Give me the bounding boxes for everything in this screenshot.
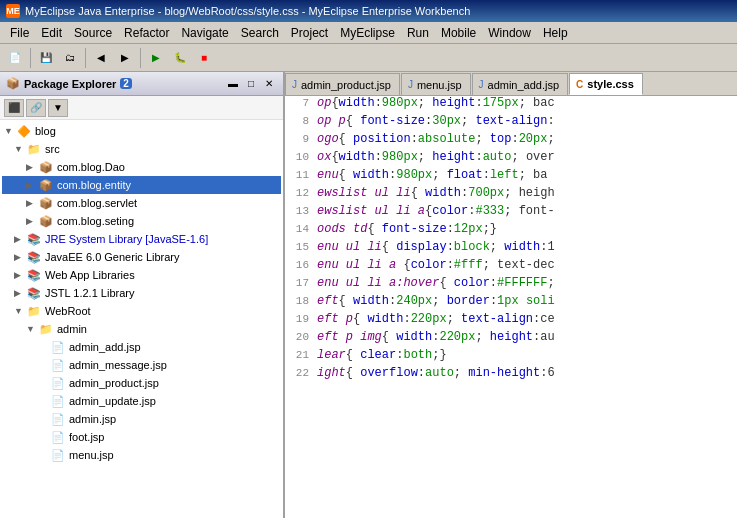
arrow-icon: ▶ [14,252,26,262]
tree-item-admin[interactable]: ▼ 📁 admin [2,320,281,338]
tree-item-webapp[interactable]: ▶ 📚 Web App Libraries [2,266,281,284]
code-text-18: eft{ width:240px; border:1px soli [317,294,555,308]
tree-label-src: src [45,143,60,155]
tree-item-menu[interactable]: 📄 menu.jsp [2,446,281,464]
toolbar-separator-1 [30,48,31,68]
toolbar-run-btn[interactable]: ▶ [145,47,167,69]
tree-item-foot[interactable]: 📄 foot.jsp [2,428,281,446]
collapse-all-btn[interactable]: ⬛ [4,99,24,117]
code-line-20: 20 eft p img{ width:220px; height:au [285,330,737,348]
close-panel-btn[interactable]: ✕ [261,76,277,92]
tab-style-css[interactable]: C style.css [569,73,643,95]
toolbar-save-all-btn[interactable]: 🗂 [59,47,81,69]
menu-item-refactor[interactable]: Refactor [118,24,175,42]
tab-admin-add[interactable]: J admin_add.jsp [472,73,569,95]
tree-item-admin-update[interactable]: 📄 admin_update.jsp [2,392,281,410]
folder-icon: 📁 [38,321,54,337]
line-num-16: 16 [289,259,317,271]
toolbar-new-btn[interactable]: 📄 [4,47,26,69]
editor-panel: J admin_product.jsp J menu.jsp J admin_a… [285,72,737,518]
menu-item-window[interactable]: Window [482,24,537,42]
panel-title-text: Package Explorer [24,78,116,90]
package-icon: 📦 [38,213,54,229]
minimize-btn[interactable]: ▬ [225,76,241,92]
tree-item-src[interactable]: ▼ 📁 src [2,140,281,158]
tree-item-jre[interactable]: ▶ 📚 JRE System Library [JavaSE-1.6] [2,230,281,248]
project-icon: 🔶 [16,123,32,139]
code-line-11: 11 enu{ width:980px; float:left; ba [285,168,737,186]
main-area: 📦 Package Explorer 2 ▬ □ ✕ ⬛ 🔗 ▼ ▼ 🔶 [0,72,737,518]
view-menu-btn[interactable]: ▼ [48,99,68,117]
toolbar-forward-btn[interactable]: ▶ [114,47,136,69]
library-icon: 📚 [26,231,42,247]
code-line-13: 13 ewslist ul li a{color:#333; font- [285,204,737,222]
tab-menu[interactable]: J menu.jsp [401,73,471,95]
code-text-12: ewslist ul li{ width:700px; heigh [317,186,555,200]
toolbar-stop-btn[interactable]: ■ [193,47,215,69]
link-editor-btn[interactable]: 🔗 [26,99,46,117]
code-text-10: ox{width:980px; height:auto; over [317,150,555,164]
arrow-icon: ▶ [26,180,38,190]
tree-item-entity[interactable]: ▶ 📦 com.blog.entity [2,176,281,194]
code-text-9: ogo{ position:absolute; top:20px; [317,132,555,146]
line-num-17: 17 [289,277,317,289]
tree-item-admin-product[interactable]: 📄 admin_product.jsp [2,374,281,392]
line-num-14: 14 [289,223,317,235]
menu-item-help[interactable]: Help [537,24,574,42]
menu-item-myeclipse[interactable]: MyEclipse [334,24,401,42]
window-title: MyEclipse Java Enterprise - blog/WebRoot… [25,5,470,17]
title-bar: ME MyEclipse Java Enterprise - blog/WebR… [0,0,737,22]
code-line-10: 10 ox{width:980px; height:auto; over [285,150,737,168]
menu-item-search[interactable]: Search [235,24,285,42]
tab-icon-admin-product: J [292,79,297,90]
tree-item-admin-add[interactable]: 📄 admin_add.jsp [2,338,281,356]
code-text-17: enu ul li a:hover{ color:#FFFFFF; [317,276,555,290]
tab-icon-menu: J [408,79,413,90]
menu-item-file[interactable]: File [4,24,35,42]
arrow-icon: ▼ [4,126,16,136]
arrow-icon: ▶ [26,216,38,226]
arrow-icon: ▼ [14,306,26,316]
code-editor[interactable]: 7 op{width:980px; height:175px; bac 8 op… [285,96,737,518]
package-explorer-panel: 📦 Package Explorer 2 ▬ □ ✕ ⬛ 🔗 ▼ ▼ 🔶 [0,72,285,518]
tree-label-blog: blog [35,125,56,137]
tree-label-seting: com.blog.seting [57,215,134,227]
tree-label-menu: menu.jsp [69,449,114,461]
code-text-11: enu{ width:980px; float:left; ba [317,168,548,182]
tab-icon-admin-add: J [479,79,484,90]
code-text-21: lear{ clear:both;} [317,348,447,362]
menu-item-run[interactable]: Run [401,24,435,42]
tree-item-admin-jsp[interactable]: 📄 admin.jsp [2,410,281,428]
maximize-btn[interactable]: □ [243,76,259,92]
line-num-7: 7 [289,97,317,109]
panel-badge: 2 [120,78,132,89]
tree-label-webapp: Web App Libraries [45,269,135,281]
menu-item-mobile[interactable]: Mobile [435,24,482,42]
tree-item-javaee[interactable]: ▶ 📚 JavaEE 6.0 Generic Library [2,248,281,266]
tree-item-webroot[interactable]: ▼ 📁 WebRoot [2,302,281,320]
tree-item-seting[interactable]: ▶ 📦 com.blog.seting [2,212,281,230]
tree-label-foot: foot.jsp [69,431,104,443]
tree-item-servlet[interactable]: ▶ 📦 com.blog.servlet [2,194,281,212]
tree-item-admin-message[interactable]: 📄 admin_message.jsp [2,356,281,374]
tree-item-blog[interactable]: ▼ 🔶 blog [2,122,281,140]
file-tree: ▼ 🔶 blog ▼ 📁 src ▶ 📦 com.blog.Dao [0,120,283,466]
tree-item-jstl[interactable]: ▶ 📚 JSTL 1.2.1 Library [2,284,281,302]
toolbar-debug-btn[interactable]: 🐛 [169,47,191,69]
code-text-14: oods td{ font-size:12px;} [317,222,497,236]
tree-item-dao[interactable]: ▶ 📦 com.blog.Dao [2,158,281,176]
arrow-icon: ▶ [26,162,38,172]
tree-label-jstl: JSTL 1.2.1 Library [45,287,134,299]
toolbar-back-btn[interactable]: ◀ [90,47,112,69]
arrow-icon: ▶ [14,288,26,298]
menu-item-project[interactable]: Project [285,24,334,42]
menu-item-navigate[interactable]: Navigate [175,24,234,42]
toolbar-save-btn[interactable]: 💾 [35,47,57,69]
tab-label-admin-add: admin_add.jsp [488,79,560,91]
jsp-icon: 📄 [50,339,66,355]
tab-admin-product[interactable]: J admin_product.jsp [285,73,400,95]
menu-item-source[interactable]: Source [68,24,118,42]
code-text-22: ight{ overflow:auto; min-height:6 [317,366,555,380]
menu-item-edit[interactable]: Edit [35,24,68,42]
src-icon: 📁 [26,141,42,157]
